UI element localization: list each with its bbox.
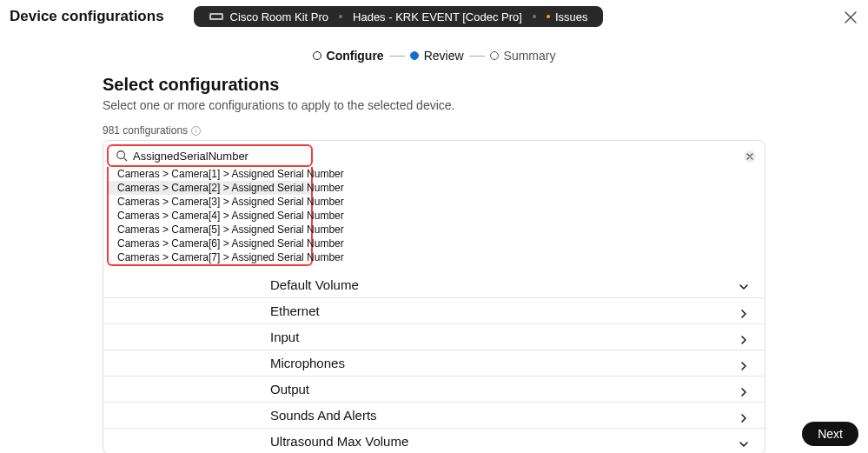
- issues-label: Issues: [555, 10, 588, 23]
- search-input[interactable]: [133, 146, 304, 165]
- chevron-down-icon: [739, 280, 747, 289]
- chevron-right-icon: [739, 359, 747, 368]
- suggestion-item[interactable]: Cameras > Camera[2] > Assigned Serial Nu…: [109, 181, 311, 195]
- status-dot-icon: [547, 15, 550, 18]
- content: Select configurations Select one or more…: [0, 75, 868, 453]
- step-connector-icon: [469, 56, 485, 57]
- search-box[interactable]: [107, 144, 313, 167]
- chevron-right-icon: [739, 307, 747, 316]
- device-icon: [209, 12, 223, 21]
- chevron-down-icon: [739, 437, 747, 446]
- step-label: Summary: [504, 49, 556, 63]
- suggestion-item[interactable]: Cameras > Camera[4] > Assigned Serial Nu…: [109, 209, 311, 223]
- row-ultrasound[interactable]: Ultrasound Max Volume: [103, 428, 765, 453]
- search-icon: [116, 150, 128, 162]
- suggestion-dropdown: Cameras > Camera[1] > Assigned Serial Nu…: [107, 167, 313, 266]
- step-summary: Summary: [490, 49, 556, 63]
- row-sounds-alerts[interactable]: Sounds And Alerts: [103, 402, 765, 428]
- section-subtitle: Select one or more configurations to app…: [103, 98, 765, 112]
- step-configure: Configure: [313, 49, 384, 63]
- device-name: Hades - KRK EVENT [Codec Pro]: [353, 10, 522, 23]
- suggestion-item[interactable]: Cameras > Camera[6] > Assigned Serial Nu…: [109, 236, 311, 250]
- section-title: Select configurations: [103, 75, 765, 95]
- next-button[interactable]: Next: [802, 422, 858, 446]
- step-review: Review: [410, 49, 464, 63]
- row-label: Default Volume: [270, 277, 359, 292]
- config-count-text: 981 configurations: [103, 124, 188, 137]
- suggestion-item[interactable]: Cameras > Camera[1] > Assigned Serial Nu…: [109, 167, 311, 181]
- row-default-volume[interactable]: Default Volume: [103, 271, 765, 297]
- config-rows: Default Volume Ethernet Input Microphone…: [103, 271, 765, 453]
- row-output[interactable]: Output: [103, 376, 765, 402]
- row-ethernet[interactable]: Ethernet: [103, 297, 765, 323]
- chevron-right-icon: [739, 411, 747, 420]
- info-icon[interactable]: i: [191, 126, 201, 136]
- svg-rect-1: [211, 15, 222, 18]
- step-indicator: Configure Review Summary: [0, 33, 868, 75]
- row-label: Microphones: [270, 356, 345, 370]
- device-model: Cisco Room Kit Pro: [230, 10, 328, 23]
- row-label: Input: [270, 330, 299, 344]
- close-icon: [746, 153, 753, 160]
- separator-dot-icon: [339, 15, 342, 18]
- suggestion-item[interactable]: Cameras > Camera[7] > Assigned Serial Nu…: [109, 250, 311, 264]
- separator-dot-icon: [533, 15, 536, 18]
- step-circle-icon: [313, 51, 321, 60]
- search-area: Cameras > Camera[1] > Assigned Serial Nu…: [103, 141, 765, 167]
- close-icon: [844, 10, 858, 24]
- step-circle-icon: [410, 51, 419, 60]
- clear-search-button[interactable]: [744, 150, 756, 163]
- step-label: Review: [424, 49, 464, 63]
- row-label: Ultrasound Max Volume: [270, 434, 408, 449]
- header: Device configurations Cisco Room Kit Pro…: [0, 0, 868, 33]
- chevron-right-icon: [739, 385, 747, 394]
- step-connector-icon: [389, 56, 405, 57]
- config-count: 981 configurations i: [103, 124, 765, 137]
- close-button[interactable]: [843, 10, 858, 25]
- row-microphones[interactable]: Microphones: [103, 350, 765, 376]
- suggestion-item[interactable]: Cameras > Camera[3] > Assigned Serial Nu…: [109, 195, 311, 209]
- page-title: Device configurations: [10, 8, 164, 25]
- step-label: Configure: [327, 49, 384, 63]
- row-label: Sounds And Alerts: [270, 408, 377, 423]
- chevron-right-icon: [739, 333, 747, 342]
- row-label: Ethernet: [270, 303, 320, 318]
- row-input[interactable]: Input: [103, 323, 765, 350]
- step-circle-icon: [490, 51, 499, 60]
- row-label: Output: [270, 382, 309, 396]
- config-card: Cameras > Camera[1] > Assigned Serial Nu…: [103, 140, 765, 453]
- context-pill: Cisco Room Kit Pro Hades - KRK EVENT [Co…: [194, 6, 604, 27]
- suggestion-item[interactable]: Cameras > Camera[5] > Assigned Serial Nu…: [109, 223, 311, 236]
